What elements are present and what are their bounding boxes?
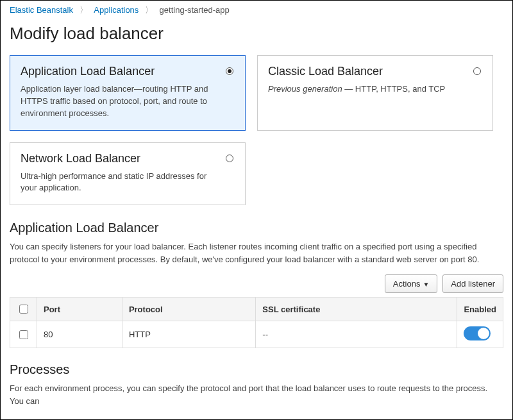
table-row: 80 HTTP -- xyxy=(10,321,503,348)
header-checkbox xyxy=(10,298,37,321)
cell-protocol: HTTP xyxy=(122,321,255,348)
load-balancer-options: Application Load Balancer Application la… xyxy=(10,55,503,205)
radio-icon xyxy=(226,155,233,162)
option-classic-lb[interactable]: Classic Load Balancer Previous generatio… xyxy=(257,55,493,131)
option-desc: Previous generation — HTTP, HTTPS, and T… xyxy=(268,83,460,96)
row-checkbox[interactable] xyxy=(19,330,28,339)
header-protocol: Protocol xyxy=(122,298,255,321)
option-title: Application Load Balancer xyxy=(21,65,213,78)
processes-section-title: Processes xyxy=(10,362,503,377)
option-title: Network Load Balancer xyxy=(21,152,213,165)
listeners-section-title: Application Load Balancer xyxy=(10,221,503,235)
chevron-right-icon: 〉 xyxy=(145,5,153,15)
actions-button[interactable]: Actions▼ xyxy=(385,274,438,293)
add-listener-button[interactable]: Add listener xyxy=(442,274,503,293)
cell-ssl: -- xyxy=(256,321,457,348)
option-desc-rest: — HTTP, HTTPS, and TCP xyxy=(342,84,446,94)
enabled-toggle[interactable] xyxy=(464,326,491,340)
listener-buttons: Actions▼ Add listener xyxy=(10,274,503,293)
breadcrumb: Elastic Beanstalk 〉 Applications 〉 getti… xyxy=(10,3,503,21)
processes-section-desc: For each environment process, you can sp… xyxy=(10,382,503,407)
option-title: Classic Load Balancer xyxy=(268,65,460,78)
option-application-lb[interactable]: Application Load Balancer Application la… xyxy=(10,55,246,131)
cell-port: 80 xyxy=(37,321,122,348)
breadcrumb-applications[interactable]: Applications xyxy=(94,5,139,15)
breadcrumb-current: getting-started-app xyxy=(160,5,230,15)
listeners-table: Port Protocol SSL certificate Enabled 80… xyxy=(10,297,503,348)
breadcrumb-root[interactable]: Elastic Beanstalk xyxy=(10,5,73,15)
page-title: Modify load balancer xyxy=(10,24,503,44)
option-desc: Application layer load balancer—routing … xyxy=(21,83,213,120)
radio-icon xyxy=(473,67,481,75)
select-all-checkbox[interactable] xyxy=(19,305,28,314)
radio-icon xyxy=(226,67,233,75)
option-desc: Ultra-high performance and static IP add… xyxy=(21,171,213,195)
actions-button-label: Actions xyxy=(393,279,421,289)
listeners-section-desc: You can specify listeners for your load … xyxy=(10,240,503,265)
caret-down-icon: ▼ xyxy=(423,281,429,288)
option-network-lb[interactable]: Network Load Balancer Ultra-high perform… xyxy=(10,142,246,206)
chevron-right-icon: 〉 xyxy=(80,5,88,15)
header-port: Port xyxy=(37,298,122,321)
option-desc-emph: Previous generation xyxy=(268,84,342,94)
header-ssl: SSL certificate xyxy=(256,298,457,321)
header-enabled: Enabled xyxy=(457,298,503,321)
